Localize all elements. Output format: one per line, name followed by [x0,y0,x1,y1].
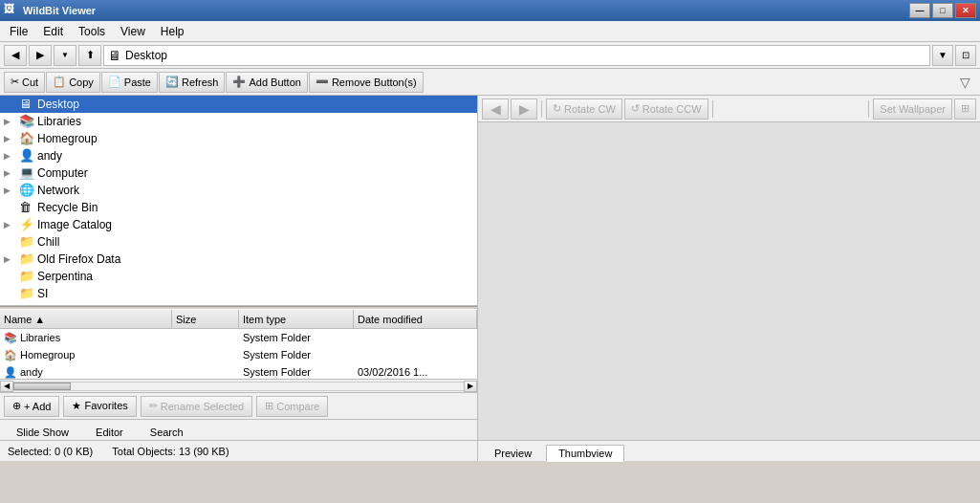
preview-area [478,122,980,440]
tree-expand-old-firefox[interactable]: ▶ [4,254,19,264]
refresh-button[interactable]: 🔄 Refresh [159,72,226,93]
col-name-sort: ▲ [34,314,45,325]
next-image-button[interactable]: ▶ [511,98,537,120]
tree-item-computer[interactable]: ▶ 💻 Computer [0,164,477,182]
filter-button[interactable]: ▽ [953,72,976,93]
tree-item-homegroup[interactable]: ▶ 🏠 Homegroup [0,130,477,147]
hscroll-left[interactable]: ◀ [0,381,13,392]
tree-icon-computer: 💻 [19,165,34,181]
tree-icon-recycle: 🗑 [19,200,34,215]
tree-item-desktop[interactable]: 🖥 Desktop [0,96,477,113]
cut-label: Cut [22,77,38,88]
rotate-ccw-button[interactable]: ↺ Rotate CCW [624,98,708,120]
tree-item-chill[interactable]: 📁 Chill [0,233,477,251]
col-header-type[interactable]: Item type [239,310,354,328]
col-header-date[interactable]: Date modified [354,310,477,328]
right-bottom-tabs: Preview Thumbview [478,440,980,461]
add-button-button[interactable]: ➕ Add Button [226,72,307,93]
tree-expand-computer[interactable]: ▶ [4,168,19,178]
menu-file[interactable]: File [2,23,35,40]
rename-button[interactable]: ✏ Rename Selected [141,396,252,417]
add-button[interactable]: ⊕ + Add [4,396,59,417]
list-row[interactable]: 👤 andy System Folder 03/02/2016 1... [0,363,477,379]
tree-icon-si: 📁 [19,286,34,301]
hscroll-right[interactable]: ▶ [464,381,477,392]
tree-expand-andy[interactable]: ▶ [4,151,19,161]
remove-icon: ➖ [316,76,329,88]
tree-item-old-firefox[interactable]: ▶ 📁 Old Firefox Data [0,251,477,268]
nav-dropdown-button[interactable]: ▼ [54,45,76,66]
action-bar: ⊕ + Add ★ Favorites ✏ Rename Selected ⊞ … [0,392,477,419]
tree-icon-chill: 📁 [19,234,34,250]
up-button[interactable]: ⬆ [78,45,101,66]
bottom-tabs: Slide Show Editor Search [0,419,477,440]
list-body[interactable]: 📚 Libraries System Folder 🏠 Homegroup Sy… [0,329,477,379]
list-icon-2: 👤 [4,366,17,379]
set-wallpaper-button[interactable]: Set Wallpaper [873,98,952,120]
tab-search[interactable]: Search [138,424,196,440]
list-row[interactable]: 🏠 Homegroup System Folder [0,346,477,363]
menu-view[interactable]: View [113,23,153,40]
menu-help[interactable]: Help [153,23,192,40]
tree-item-si[interactable]: 📁 SI [0,285,477,302]
add-button-label: Add Button [249,77,300,88]
tree-item-network[interactable]: ▶ 🌐 Network [0,182,477,199]
hscroll-thumb[interactable] [13,383,71,390]
menu-edit[interactable]: Edit [35,23,71,40]
favorites-button[interactable]: ★ Favorites [63,396,136,417]
right-toolbar-separator [541,100,542,118]
list-row[interactable]: 📚 Libraries System Folder [0,329,477,346]
remove-buttons-button[interactable]: ➖ Remove Button(s) [309,72,424,93]
tree-label-libraries: Libraries [37,115,81,128]
col-header-name[interactable]: Name ▲ [0,310,172,328]
paste-label: Paste [124,77,151,88]
address-bar[interactable]: 🖥 Desktop [103,45,930,66]
maximize-button[interactable]: □ [932,3,953,18]
tree-label-chill: Chill [37,235,59,249]
tree-expand-network[interactable]: ▶ [4,186,19,195]
tree-item-serpentina[interactable]: 📁 Serpentina [0,268,477,285]
extra-button[interactable]: ⊞ [954,98,976,120]
minimize-button[interactable]: — [909,3,930,18]
tree-label-recycle: Recycle Bin [37,201,98,214]
forward-button[interactable]: ▶ [29,45,52,66]
tab-slideshow[interactable]: Slide Show [4,424,81,440]
tree-item-libraries[interactable]: ▶ 📚 Libraries [0,113,477,130]
total-status: Total Objects: 13 (90 KB) [112,446,229,457]
compare-button[interactable]: ⊞ Compare [256,396,328,417]
tree-view[interactable]: 🖥 Desktop ▶ 📚 Libraries ▶ 🏠 Homegroup ▶ … [0,96,477,306]
col-header-size[interactable]: Size [172,310,239,328]
col-type-label: Item type [243,314,286,325]
refresh-icon: 🔄 [165,76,179,88]
compare-icon: ⊞ [265,400,273,412]
tab-editor[interactable]: Editor [83,424,136,440]
toolbar: ✂ Cut 📋 Copy 📄 Paste 🔄 Refresh ➕ Add But… [0,69,980,96]
tree-expand-image-catalog[interactable]: ▶ [4,220,19,230]
tree-item-image-catalog[interactable]: ▶ ⚡ Image Catalog [0,216,477,233]
add-button-icon: ➕ [232,76,246,88]
tree-icon-image-catalog: ⚡ [19,217,34,232]
tree-item-recycle[interactable]: 🗑 Recycle Bin [0,199,477,216]
back-button[interactable]: ◀ [4,45,27,66]
window-controls: — □ ✕ [909,3,976,18]
tab-preview[interactable]: Preview [482,445,544,461]
tree-item-andy[interactable]: ▶ 👤 andy [0,147,477,164]
menu-tools[interactable]: Tools [71,23,113,40]
tree-label-andy: andy [37,149,62,163]
right-toolbar-separator3 [868,100,869,118]
horizontal-scrollbar[interactable]: ◀ ▶ [0,379,477,392]
tab-thumbview[interactable]: Thumbview [546,445,624,462]
address-maximize-button[interactable]: ⊡ [955,45,976,66]
rotate-cw-button[interactable]: ↻ Rotate CW [546,98,622,120]
tree-label-old-firefox: Old Firefox Data [37,252,120,266]
tree-expand-homegroup[interactable]: ▶ [4,134,19,143]
address-expand-button[interactable]: ▼ [932,45,953,66]
close-button[interactable]: ✕ [955,3,976,18]
list-header: Name ▲ Size Item type Date modified [0,310,477,329]
rotate-cw-icon: ↻ [553,102,561,115]
prev-image-button[interactable]: ◀ [482,98,509,120]
copy-button[interactable]: 📋 Copy [46,72,100,93]
paste-button[interactable]: 📄 Paste [101,72,158,93]
cut-button[interactable]: ✂ Cut [4,72,45,93]
tree-expand-libraries[interactable]: ▶ [4,117,19,126]
